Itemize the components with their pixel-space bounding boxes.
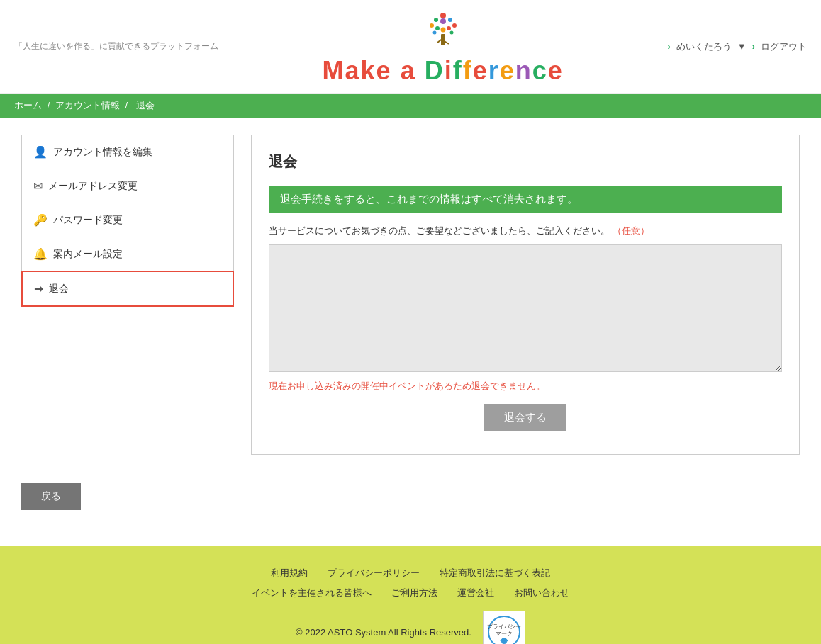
svg-text:プライバシー: プライバシー — [487, 623, 521, 630]
breadcrumb-home[interactable]: ホーム — [14, 100, 42, 111]
main-content: 👤 アカウント情報を編集 ✉ メールアドレス変更 🔑 パスワード変更 🔔 案内メ… — [0, 118, 821, 472]
breadcrumb-sep2: / — [125, 100, 130, 111]
sidebar: 👤 アカウント情報を編集 ✉ メールアドレス変更 🔑 パスワード変更 🔔 案内メ… — [21, 135, 234, 455]
logo-make: Make — [323, 56, 392, 85]
breadcrumb-current: 退会 — [136, 100, 155, 111]
withdraw-button[interactable]: 退会する — [484, 404, 566, 431]
error-message: 現在お申し込み済みの開催中イベントがあるため退会できません。 — [269, 380, 782, 392]
svg-point-8 — [432, 31, 436, 35]
sidebar-label-email: メールアドレス変更 — [48, 180, 138, 193]
breadcrumb: ホーム / アカウント情報 / 退会 — [0, 94, 821, 118]
footer-link-terms[interactable]: 利用規約 — [271, 567, 308, 578]
email-icon: ✉ — [33, 179, 43, 193]
svg-point-4 — [440, 18, 446, 24]
svg-point-9 — [440, 28, 445, 33]
sidebar-item-notification[interactable]: 🔔 案内メール設定 — [21, 237, 234, 271]
page-title: 退会 — [269, 152, 782, 171]
logo-text: Make a Difference — [218, 56, 667, 86]
account-edit-icon: 👤 — [33, 145, 48, 159]
footer-link-organizers[interactable]: イベントを主催される皆様へ — [252, 587, 372, 598]
footer-link-privacy[interactable]: プライバシーポリシー — [328, 567, 420, 578]
sidebar-item-email-change[interactable]: ✉ メールアドレス変更 — [21, 169, 234, 203]
copyright-text: © 2022 ASTO System All Rights Reserved. — [296, 627, 471, 638]
svg-point-3 — [430, 23, 434, 28]
svg-point-2 — [448, 18, 452, 22]
footer-badge: プライバシー マーク — [483, 611, 525, 644]
svg-point-0 — [440, 13, 446, 18]
sidebar-label-password: パスワード変更 — [53, 214, 123, 227]
sidebar-label-withdraw: 退会 — [49, 283, 69, 295]
breadcrumb-account[interactable]: アカウント情報 — [55, 100, 120, 111]
key-icon: 🔑 — [33, 213, 48, 227]
footer-link-company[interactable]: 運営会社 — [457, 587, 494, 598]
dropdown-arrow: ▼ — [737, 41, 747, 52]
logo-tree-icon — [422, 7, 464, 50]
logo-a: a — [401, 56, 416, 85]
header: 「人生に違いを作る」に貢献できるプラットフォーム Mak — [0, 0, 821, 94]
sidebar-item-password-change[interactable]: 🔑 パスワード変更 — [21, 203, 234, 237]
exit-icon: ➡ — [34, 282, 43, 295]
badge-icon: プライバシー マーク — [486, 614, 522, 644]
footer-link-commerce[interactable]: 特定商取引法に基づく表記 — [440, 567, 550, 578]
footer-bottom: © 2022 ASTO System All Rights Reserved. … — [14, 611, 807, 644]
sidebar-item-account-edit[interactable]: 👤 アカウント情報を編集 — [21, 135, 234, 169]
chevron-icon: › — [667, 41, 670, 52]
sidebar-label-notification: 案内メール設定 — [53, 248, 123, 261]
header-user-nav: › めいくたろう ▼ › ログアウト — [667, 40, 807, 53]
svg-point-10 — [449, 31, 453, 35]
bell-icon: 🔔 — [33, 247, 48, 261]
logout-link[interactable]: ログアウト — [761, 40, 807, 53]
back-button[interactable]: 戻る — [21, 483, 81, 510]
svg-text:マーク: マーク — [496, 631, 513, 637]
footer-links-row1: 利用規約 プライバシーポリシー 特定商取引法に基づく表記 — [14, 567, 807, 580]
optional-description: 当サービスについてお気づきの点、ご要望などございましたら、ご記入ください。 （任… — [269, 225, 782, 237]
chevron-icon2: › — [752, 41, 755, 52]
footer-link-contact[interactable]: お問い合わせ — [514, 587, 569, 598]
footer-link-how-to-use[interactable]: ご利用方法 — [391, 587, 437, 598]
content-area: 退会 退会手続きをすると、これまでの情報はすべて消去されます。 当サービスについ… — [251, 135, 800, 455]
warning-box: 退会手続きをすると、これまでの情報はすべて消去されます。 — [269, 186, 782, 213]
sidebar-item-withdraw[interactable]: ➡ 退会 — [21, 271, 234, 307]
svg-point-1 — [434, 18, 438, 22]
footer-links-row2: イベントを主催される皆様へ ご利用方法 運営会社 お問い合わせ — [14, 587, 807, 599]
header-tagline: 「人生に違いを作る」に貢献できるプラットフォーム — [14, 40, 218, 52]
svg-point-6 — [435, 26, 440, 30]
footer: 利用規約 プライバシーポリシー 特定商取引法に基づく表記 イベントを主催される皆… — [0, 546, 821, 644]
header-logo: Make a Difference — [218, 7, 667, 86]
breadcrumb-sep1: / — [48, 100, 52, 111]
svg-point-5 — [452, 23, 457, 28]
username-link[interactable]: めいくたろう — [676, 40, 732, 53]
logo-difference: D — [425, 56, 445, 85]
back-section: 戻る — [0, 472, 821, 531]
svg-point-7 — [447, 26, 451, 30]
feedback-textarea[interactable] — [269, 244, 782, 372]
sidebar-label-account-edit: アカウント情報を編集 — [53, 146, 152, 159]
